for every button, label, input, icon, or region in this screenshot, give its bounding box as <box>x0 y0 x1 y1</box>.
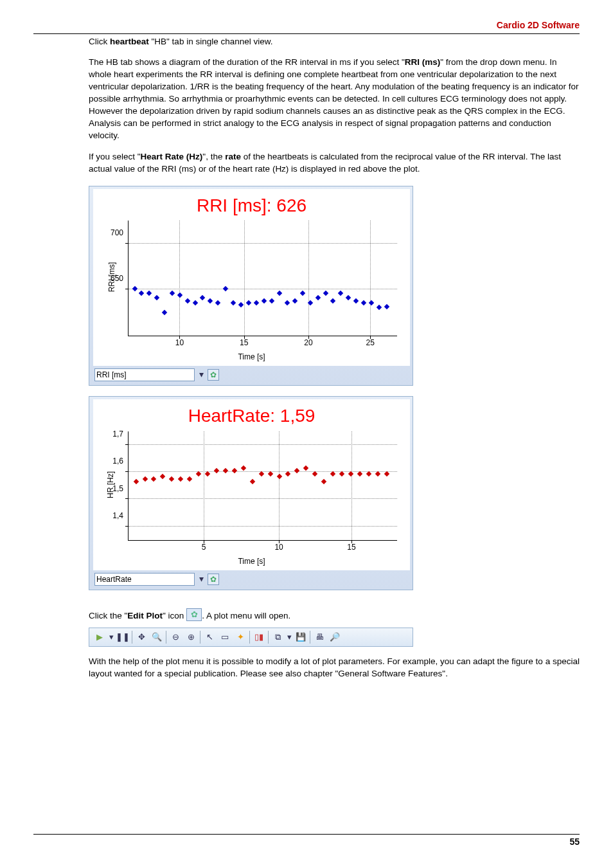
paragraph: Click the "Edit Plot" icon . A plot menu… <box>89 610 580 622</box>
data-point <box>192 300 197 305</box>
paragraph: If you select "Heart Rate (Hz)", the rat… <box>89 151 580 176</box>
data-point <box>231 300 236 305</box>
chevron-down-icon[interactable]: ▾ <box>285 630 293 644</box>
x-tick: 15 <box>347 542 355 553</box>
x-axis-label: Time [s] <box>93 543 410 571</box>
chart-metric-dropdown[interactable] <box>94 368 195 381</box>
data-point <box>223 468 228 473</box>
data-point <box>249 479 254 484</box>
data-point <box>133 479 138 484</box>
data-point <box>208 298 213 303</box>
plot-menu-toolbar: ▶ ▾ ❚❚ ✥ 🔍 ⊖ ⊕ ↖ ▭ ✦ ▯▮ ⧉ ▾ 💾 🖶 🔎 <box>89 628 413 647</box>
data-point <box>330 298 335 303</box>
data-point <box>238 302 244 307</box>
y-tick: 700 <box>100 227 123 238</box>
data-point <box>232 468 237 473</box>
chart-metric-dropdown[interactable] <box>94 573 195 586</box>
data-point <box>292 298 298 303</box>
text: If you select " <box>89 152 141 161</box>
data-point <box>187 476 192 482</box>
y-tick: 1,4 <box>100 510 123 521</box>
data-point <box>254 300 259 305</box>
chevron-down-icon[interactable]: ▾ <box>107 630 115 644</box>
zoom-tool-icon[interactable]: 🔍 <box>149 630 164 644</box>
x-tick: 25 <box>366 338 375 348</box>
chevron-down-icon[interactable]: ▾ <box>197 574 205 586</box>
term-rate: rate <box>225 152 241 161</box>
data-point <box>285 300 290 305</box>
print-icon[interactable]: 🖶 <box>312 630 327 644</box>
data-point <box>303 466 308 471</box>
preview-icon[interactable]: 🔎 <box>327 630 342 644</box>
term-edit-plot: Edit Plot <box>127 611 163 620</box>
data-point <box>277 291 282 296</box>
x-tick: 15 <box>240 338 248 348</box>
data-point <box>200 295 205 300</box>
text: " icon <box>163 611 186 620</box>
column-chart-icon[interactable]: ▯▮ <box>251 630 267 644</box>
page-footer: 55 <box>33 834 580 849</box>
data-point <box>184 298 190 303</box>
data-point <box>353 298 359 303</box>
data-point <box>294 468 299 473</box>
data-point <box>361 300 366 305</box>
x-tick: 5 <box>202 542 206 553</box>
text: Click <box>89 37 110 46</box>
plot-area: 700 650 10 15 20 25 <box>128 221 397 336</box>
edit-plot-icon[interactable]: ✿ <box>208 574 219 585</box>
x-tick: 10 <box>274 542 283 553</box>
heartrate-chart-panel: HeartRate: 1,59 HR [Hz] 1,7 1,6 1,5 1,4 … <box>89 396 413 590</box>
data-point <box>321 479 326 484</box>
save-icon[interactable]: 💾 <box>293 630 308 644</box>
paragraph: Click heartbeat "HB" tab in single chann… <box>89 36 580 48</box>
text: Click the " <box>89 611 127 620</box>
move-icon[interactable]: ✥ <box>134 630 149 644</box>
text: The HB tab shows a diagram of the durati… <box>89 57 405 67</box>
x-tick: 20 <box>304 338 312 348</box>
data-point <box>161 310 166 315</box>
text: "HB" tab in single channel view. <box>149 37 273 46</box>
term-rri-ms: RRI (ms) <box>405 57 441 67</box>
chevron-down-icon[interactable]: ▾ <box>197 369 205 381</box>
play-icon[interactable]: ▶ <box>92 630 107 644</box>
chart-title: RRI [ms]: 626 <box>93 189 410 218</box>
data-point <box>169 476 174 482</box>
data-point <box>262 298 267 303</box>
region-icon[interactable]: ▭ <box>217 630 233 644</box>
text: . A plot menu will open. <box>202 611 290 620</box>
rri-chart-panel: RRI [ms]: 626 RRI [ms] 700 650 10 15 20 … <box>89 186 413 386</box>
x-axis-label: Time [s] <box>93 339 410 366</box>
page-section-header: Cardio 2D Software <box>33 19 580 34</box>
data-point <box>338 291 343 296</box>
copy-icon[interactable]: ⧉ <box>270 630 285 644</box>
data-point <box>246 300 251 305</box>
data-point <box>384 304 389 309</box>
data-point <box>377 305 382 310</box>
pause-icon[interactable]: ❚❚ <box>115 630 130 644</box>
pointer-icon[interactable]: ↖ <box>202 630 217 644</box>
y-tick: 1,5 <box>100 483 123 494</box>
chart-title: HeartRate: 1,59 <box>93 399 410 428</box>
data-point <box>132 285 138 291</box>
zoom-in-icon[interactable]: ⊕ <box>183 630 199 644</box>
y-tick: 1,7 <box>100 429 123 440</box>
y-tick: 1,6 <box>100 456 123 467</box>
term-heartbeat: heartbeat <box>110 37 149 46</box>
text: ", the <box>202 152 225 161</box>
data-point <box>269 298 274 303</box>
plot-area: 1,7 1,6 1,5 1,4 5 10 15 <box>128 431 397 541</box>
data-point <box>223 285 228 291</box>
data-point <box>139 291 144 296</box>
data-point <box>215 300 220 305</box>
data-point <box>142 476 147 482</box>
data-point <box>154 295 159 300</box>
zoom-out-icon[interactable]: ⊖ <box>168 630 183 644</box>
sparkle-icon[interactable]: ✦ <box>233 630 248 644</box>
data-point <box>323 291 328 296</box>
edit-plot-icon[interactable]: ✿ <box>208 369 219 381</box>
paragraph: With the help of the plot menu it is pos… <box>89 656 580 680</box>
data-point <box>178 476 183 482</box>
data-point <box>276 473 281 478</box>
data-point <box>147 291 152 296</box>
paragraph: The HB tab shows a diagram of the durati… <box>89 57 580 141</box>
